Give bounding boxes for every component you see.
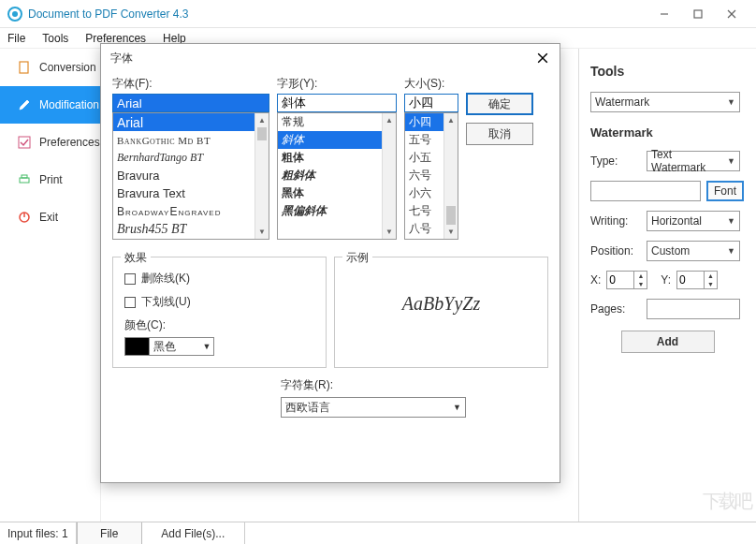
checkbox-icon [124,273,136,285]
close-button[interactable] [715,5,749,23]
style-option[interactable]: 黑体 [278,184,382,202]
font-option[interactable]: BernhardTango BT [113,149,254,167]
font-size-input[interactable] [404,94,458,112]
size-option[interactable]: 五号 [405,131,443,149]
underline-checkbox[interactable]: 下划线(U) [124,294,314,310]
writing-select[interactable]: Horizontal▼ [647,211,740,231]
ok-button[interactable]: 确定 [466,93,533,115]
effects-legend: 效果 [121,250,151,266]
font-listbox[interactable]: Arial BankGothic Md BT BernhardTango BT … [112,112,269,240]
sidebar-item-label: Modification [39,98,99,111]
menu-tools[interactable]: Tools [42,32,68,45]
style-option[interactable]: 常规 [278,113,382,131]
style-listbox[interactable]: 常规 斜体 粗体 粗斜体 黑体 黑偏斜体 ▲▼ [277,112,397,240]
x-label: X: [590,273,601,287]
size-scrollbar[interactable]: ▲▼ [443,113,458,239]
chevron-down-icon[interactable]: ▼ [444,225,458,239]
chevron-up-icon[interactable]: ▲ [444,113,458,127]
color-select[interactable]: 黑色 ▼ [124,337,214,356]
dialog-close-button[interactable] [535,51,550,66]
size-listbox[interactable]: 小四 五号 小五 六号 小六 七号 八号 ▲▼ [404,112,458,240]
sample-preview: AaBbYyZz [346,271,536,336]
font-name-input[interactable] [112,94,269,112]
sidebar-item-modification[interactable]: Modification [0,86,100,124]
input-files-status: Input files: 1 [0,522,77,544]
chevron-up-icon[interactable]: ▲ [705,272,717,280]
charset-select[interactable]: 西欧语言 ▼ [281,397,466,418]
chevron-down-icon: ▼ [453,403,461,412]
sample-legend: 示例 [342,250,372,266]
maximize-button[interactable] [681,5,715,23]
chevron-up-icon[interactable]: ▲ [255,113,269,127]
font-option[interactable]: BankGothic Md BT [113,131,254,149]
size-option[interactable]: 七号 [405,202,443,220]
font-style-input[interactable] [277,94,397,112]
minimize-button[interactable] [647,5,681,23]
y-spinner[interactable]: ▲▼ [676,271,718,289]
position-label: Position: [590,244,647,257]
chevron-down-icon[interactable]: ▼ [383,225,396,239]
sidebar-item-conversion[interactable]: Conversion [0,49,100,86]
font-option[interactable]: Bravura [113,167,254,184]
type-label: Type: [590,154,647,168]
chevron-down-icon: ▼ [727,246,735,256]
type-select[interactable]: Text Watermark▼ [647,151,740,171]
size-option[interactable]: 小四 [405,113,443,131]
add-button[interactable]: Add [621,331,715,353]
font-option[interactable]: Arial [113,113,254,131]
size-option[interactable]: 八号 [405,220,443,238]
color-label: 颜色(C): [124,317,314,333]
file-button[interactable]: File [77,522,142,544]
watermark-overlay: 下载吧 [647,482,750,520]
chevron-down-icon[interactable]: ▼ [255,225,269,239]
font-option[interactable]: Brush455 BT [113,220,254,238]
checkbox-icon [124,297,136,308]
sidebar-item-print[interactable]: Print [0,161,100,198]
pages-input[interactable] [647,299,740,319]
svg-rect-4 [20,62,28,73]
sidebar-item-label: Exit [39,211,58,224]
sidebar-item-label: Conversion [39,61,96,74]
printer-icon [17,172,32,187]
font-scrollbar[interactable]: ▲▼ [254,113,269,239]
app-title: Document to PDF Converter 4.3 [28,7,647,21]
style-scrollbar[interactable]: ▲▼ [382,113,396,239]
style-option[interactable]: 粗体 [278,149,382,167]
size-option[interactable]: 六号 [405,167,443,184]
strikethrough-checkbox[interactable]: 删除线(K) [124,271,314,287]
power-icon [17,210,32,225]
dialog-title: 字体 [110,51,133,66]
font-button[interactable]: Font [706,181,744,201]
watermark-text-input[interactable] [590,181,701,201]
font-dialog: 字体 字体(F): Arial BankGothic Md BT Bernhar… [100,43,560,483]
sidebar-item-exit[interactable]: Exit [0,198,100,236]
position-select[interactable]: Custom▼ [647,241,740,261]
font-option[interactable]: BroadwayEngraved [113,202,254,220]
chevron-down-icon[interactable]: ▼ [634,280,647,288]
chevron-up-icon[interactable]: ▲ [634,272,647,280]
pencil-icon [17,97,32,112]
size-option[interactable]: 小六 [405,184,443,202]
svg-rect-1 [694,10,702,18]
chevron-down-icon[interactable]: ▼ [705,280,717,288]
style-option[interactable]: 斜体 [278,131,382,149]
chevron-up-icon[interactable]: ▲ [383,113,396,127]
sidebar-item-preferences[interactable]: Preferences [0,124,100,161]
sidebar-item-label: Preferences [39,136,100,149]
charset-label: 字符集(R): [281,377,548,393]
writing-label: Writing: [590,214,647,228]
size-option[interactable]: 小五 [405,149,443,167]
style-option[interactable]: 粗斜体 [278,167,382,184]
chevron-down-icon: ▼ [200,342,213,351]
tools-dropdown[interactable]: Watermark▼ [590,92,740,112]
cancel-button[interactable]: 取消 [466,123,533,145]
document-icon [17,60,32,75]
svg-rect-6 [20,178,29,183]
chevron-down-icon: ▼ [727,216,735,226]
add-files-button[interactable]: Add File(s)... [142,522,245,544]
x-spinner[interactable]: ▲▼ [606,271,647,289]
style-option[interactable]: 黑偏斜体 [278,202,382,220]
menu-file[interactable]: File [7,32,25,45]
font-option[interactable]: Bravura Text [113,184,254,202]
status-bar: Input files: 1 File Add File(s)... [0,522,756,544]
